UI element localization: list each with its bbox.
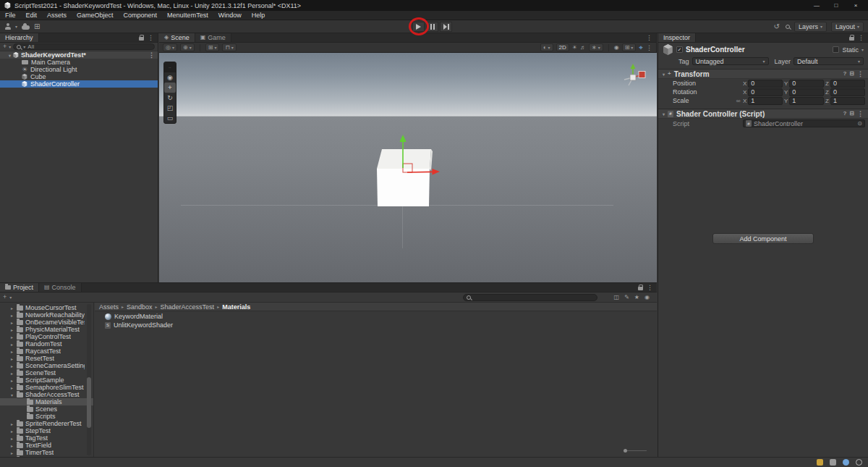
project-search-input[interactable] (463, 294, 597, 301)
expand-arrow-icon[interactable]: ▸ (9, 378, 14, 383)
scene-menu-icon[interactable]: ⋮ (148, 51, 155, 59)
undo-history-icon[interactable]: ↺ (774, 23, 780, 30)
tree-item-networkreachability[interactable]: ▸NetworkReachability (0, 311, 93, 319)
tree-item-steptest[interactable]: ▸StepTest (0, 427, 93, 434)
scale-tool-button[interactable]: ◰ (164, 103, 176, 113)
tree-scrollbar[interactable] (87, 304, 91, 455)
menu-edit[interactable]: Edit (21, 12, 43, 19)
scene-grid-dropdown[interactable]: ⊞ ▾ (622, 43, 637, 51)
expand-arrow-icon[interactable]: ▸ (9, 429, 14, 434)
close-button[interactable]: × (848, 2, 864, 9)
script-object-field[interactable]: # ShaderController ⊙ (743, 119, 865, 127)
scale-link-icon[interactable]: ∞ (735, 98, 741, 104)
view-tool-button[interactable]: ◉ (164, 72, 176, 83)
tree-item-onbecamevisibletest[interactable]: ▸OnBecameVisibleTest (0, 319, 93, 326)
add-component-button[interactable]: Add Component (712, 233, 814, 244)
expand-arrow-icon[interactable]: ▸ (9, 356, 14, 361)
expand-arrow-icon[interactable]: ▸ (9, 306, 14, 311)
asset-zoom-slider[interactable] (624, 449, 647, 453)
active-checkbox[interactable]: ✓ (676, 46, 683, 53)
scene-toolbar-menu-icon[interactable]: ⋮ (646, 44, 652, 51)
scrollbar-thumb[interactable] (87, 377, 91, 428)
tab-console[interactable]: ▤ Console (39, 283, 82, 292)
help-icon[interactable]: ? (843, 71, 846, 77)
filter-by-label-icon[interactable]: ✎ (624, 295, 629, 300)
expand-arrow-icon[interactable]: ▸ (9, 443, 14, 448)
layout-dropdown[interactable]: Layout ▾ (831, 22, 864, 32)
menu-help[interactable]: Help (247, 12, 271, 19)
x-axis-handle[interactable] (407, 172, 433, 172)
tree-item-shaderaccesstest[interactable]: ▾ShaderAccessTest (0, 391, 93, 398)
cache-status-icon[interactable] (830, 459, 836, 466)
scene-viewport[interactable]: ∙∙ ◉ + ↻ ◰ ▭ (159, 53, 657, 282)
tree-item-resettest[interactable]: ▸ResetTest (0, 355, 93, 362)
asset-keywordmaterial[interactable]: KeywordMaterial (95, 313, 657, 320)
rotate-tool-button[interactable]: ↻ (164, 93, 176, 103)
expand-arrow-icon[interactable]: ▸ (9, 450, 14, 455)
expand-arrow-icon[interactable]: ▸ (9, 342, 14, 347)
filter-by-type-icon[interactable]: ◫ (614, 295, 620, 300)
breadcrumb-materials[interactable]: Materials (222, 303, 250, 311)
layers-dropdown[interactable]: Layers ▾ (794, 22, 827, 32)
rotation-z-field[interactable]: 0 (830, 88, 865, 96)
hierarchy-item-main-camera[interactable]: Main Camera (0, 59, 158, 66)
object-picker-icon[interactable]: ⊙ (857, 121, 862, 127)
tab-scene[interactable]: ◈ Scene (159, 33, 195, 42)
pause-button[interactable] (426, 22, 438, 32)
tree-item-scenes[interactable]: Scenes (0, 405, 93, 413)
refresh-status-icon[interactable] (856, 459, 862, 466)
account-dropdown-icon[interactable]: ▾ (15, 24, 17, 29)
tree-item-playcontroltest[interactable]: ▸PlayControlTest (0, 333, 93, 340)
expand-arrow-icon[interactable]: ▸ (9, 436, 14, 441)
component-menu-icon[interactable]: ⋮ (857, 70, 864, 77)
shading-mode-dropdown[interactable]: ◐ ▾ (540, 43, 553, 51)
expand-arrow-icon[interactable]: ▸ (9, 371, 14, 376)
component-menu-icon[interactable]: ⋮ (857, 110, 864, 117)
gameobject-icon[interactable] (663, 44, 673, 55)
lock-icon[interactable] (638, 287, 643, 290)
hierarchy-search-input[interactable]: ▾ All (13, 43, 155, 50)
hierarchy-item-cube[interactable]: Cube (0, 73, 158, 80)
scene-orientation-gizmo[interactable] (616, 62, 650, 95)
tag-dropdown[interactable]: Untagged ▾ (692, 57, 769, 65)
panel-menu-icon[interactable]: ⋮ (647, 284, 653, 291)
menu-window[interactable]: Window (213, 12, 247, 19)
step-button[interactable] (440, 22, 452, 32)
expand-arrow-icon[interactable]: ▸ (9, 327, 14, 332)
breadcrumb-sandbox[interactable]: Sandbox (127, 303, 153, 311)
tree-item-randomtest[interactable]: ▸RandomTest (0, 340, 93, 348)
2d-toggle[interactable]: 2D (556, 43, 569, 51)
script-component-header[interactable]: ▾ # Shader Controller (Script) ? ⊟ ⋮ (658, 109, 868, 119)
tree-item-semaphoreslimtest[interactable]: ▸SemaphoreSlimTest (0, 384, 93, 391)
account-icon[interactable] (4, 23, 11, 30)
maximize-button[interactable]: □ (828, 2, 844, 9)
create-button[interactable]: + (3, 43, 7, 50)
grid-visual-dropdown[interactable]: ⊞ ▾ (205, 43, 220, 51)
tree-item-scripts[interactable]: Scripts (0, 413, 93, 420)
foldout-icon[interactable]: ▾ (663, 72, 665, 77)
presets-icon[interactable]: ⊟ (849, 111, 854, 117)
hidden-packages-icon[interactable]: ◉ (644, 295, 650, 300)
lock-icon[interactable] (849, 37, 854, 41)
layer-dropdown[interactable]: Default ▾ (793, 57, 864, 65)
effects-dropdown[interactable]: ∗ ▾ (589, 43, 603, 51)
minimize-button[interactable]: — (809, 2, 825, 9)
position-x-field[interactable]: 0 (748, 80, 783, 88)
presets-icon[interactable]: ⊟ (849, 71, 854, 77)
overlay-handle[interactable]: ∙∙ (164, 62, 176, 72)
rect-tool-button[interactable]: ▭ (164, 113, 176, 123)
gizmo-center-cube[interactable] (630, 75, 636, 80)
snap-settings-dropdown[interactable]: ⊓ ▾ (222, 43, 236, 51)
position-z-field[interactable]: 0 (830, 80, 865, 88)
gizmos-toggle-icon[interactable]: ⌖ (639, 44, 643, 51)
collapse-arrow-icon[interactable]: ▾ (9, 392, 14, 397)
tab-hierarchy[interactable]: Hierarchy (0, 33, 39, 42)
breadcrumb-shaderaccesstest[interactable]: ShaderAccessTest (161, 303, 215, 311)
static-caret-icon[interactable]: ▾ (861, 47, 864, 52)
cloud-status-icon[interactable] (843, 459, 849, 466)
tree-item-scriptsample[interactable]: ▸ScriptSample (0, 376, 93, 384)
menu-assets[interactable]: Assets (42, 12, 72, 19)
tree-item-tagtest[interactable]: ▸TagTest (0, 434, 93, 442)
transform-component-header[interactable]: ▾ + Transform ? ⊟ ⋮ (658, 69, 868, 79)
gameobject-name-field[interactable]: ShaderController (686, 46, 830, 54)
